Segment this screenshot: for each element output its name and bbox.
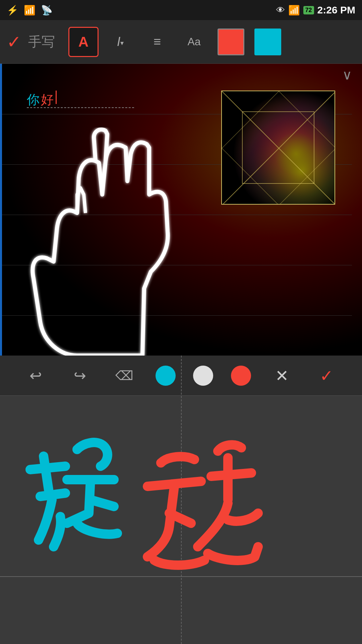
align-icon: ≡ <box>154 35 161 49</box>
color-red-button[interactable] <box>216 27 246 57</box>
confirm-hw-button[interactable]: ✓ <box>313 362 340 389</box>
cancel-hw-button[interactable]: ✕ <box>268 362 295 389</box>
wifi-icon: 📡 <box>41 5 53 16</box>
status-bar: ⚡ 📶 📡 👁 📶 72 2:26 PM <box>0 0 362 20</box>
font-size-button[interactable]: Aa <box>179 27 209 57</box>
white-color-dot[interactable] <box>193 366 213 386</box>
usb-icon: ⚡ <box>7 5 18 16</box>
italic-button[interactable]: I ▾ <box>105 27 135 57</box>
cyan-character <box>30 442 117 547</box>
hand-cursor-illustration <box>10 127 218 356</box>
battery-indicator: 72 <box>303 6 314 14</box>
toolbar-title: 手写 <box>28 33 55 51</box>
signal-icon: 📶 <box>288 5 300 16</box>
text-format-button[interactable]: A <box>68 27 99 57</box>
handwriting-input-area[interactable]: ↩ ↪ ⌫ ✕ ✓ <box>0 356 362 644</box>
status-left-icons: ⚡ 📶 📡 <box>7 5 53 16</box>
canvas-area: 你 好 <box>0 64 362 356</box>
letter-a-icon: A <box>78 34 88 50</box>
color-cyan-button[interactable] <box>253 27 283 57</box>
confirm-icon: ✓ <box>320 366 333 385</box>
italic-icon: I <box>117 35 121 49</box>
chevron-down-icon: ∨ <box>342 67 352 82</box>
status-right-icons: 👁 📶 72 2:26 PM <box>276 4 355 16</box>
color-picker[interactable] <box>221 91 335 205</box>
cyan-color-swatch <box>254 29 281 55</box>
redo-icon: ↪ <box>74 367 86 384</box>
eye-icon: 👁 <box>276 5 285 15</box>
undo-button[interactable]: ↩ <box>22 362 49 389</box>
bluetooth-icon: 📶 <box>24 5 36 16</box>
clock: 2:26 PM <box>317 4 355 16</box>
picker-inner-box <box>242 111 314 183</box>
text-preview-area: 你 好 <box>27 91 57 108</box>
red-color-swatch <box>218 29 244 55</box>
text-underline <box>27 107 134 108</box>
font-aa-icon: Aa <box>187 36 200 48</box>
text-cursor <box>56 91 57 104</box>
align-button[interactable]: ≡ <box>142 27 172 57</box>
collapse-button[interactable]: ∨ <box>342 67 352 83</box>
handwriting-canvas[interactable] <box>0 396 362 644</box>
cyan-color-dot[interactable] <box>156 366 176 386</box>
left-margin-bar <box>0 64 2 356</box>
preview-cyan-char: 你 <box>27 91 40 108</box>
confirm-button[interactable]: ✓ <box>7 32 21 52</box>
formatting-toolbar: ✓ 手写 A I ▾ ≡ Aa <box>0 20 362 64</box>
battery-level: 72 <box>305 7 312 14</box>
erase-button[interactable]: ⌫ <box>111 362 138 389</box>
cancel-icon: ✕ <box>275 366 289 385</box>
undo-icon: ↩ <box>29 367 42 384</box>
preview-red-char: 好 <box>41 91 54 108</box>
red-color-dot[interactable] <box>231 366 251 386</box>
redo-button[interactable]: ↪ <box>67 362 94 389</box>
erase-icon: ⌫ <box>115 368 133 383</box>
red-character <box>147 445 258 565</box>
